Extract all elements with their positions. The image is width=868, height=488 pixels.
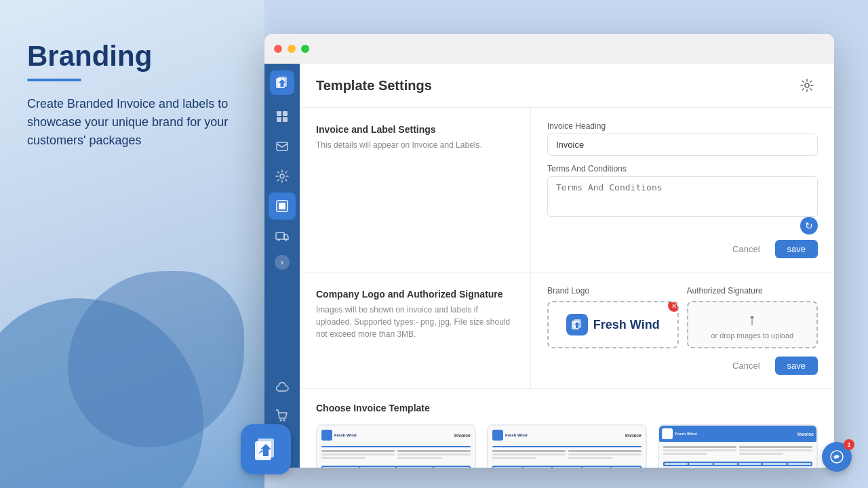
delete-logo-badge[interactable]: ✕ bbox=[668, 301, 679, 312]
brand-logo-upload[interactable]: Fresh Wind ✕ bbox=[547, 301, 679, 348]
logo-labels-row: Brand Logo Authorized Signature bbox=[547, 286, 818, 296]
sidebar-item-mail[interactable] bbox=[269, 133, 296, 160]
invoice-heading-input[interactable] bbox=[547, 134, 818, 156]
chat-badge: 1 bbox=[844, 439, 854, 450]
branding-description: Create Branded Invoice and labels to sho… bbox=[27, 95, 231, 150]
app-icon[interactable] bbox=[241, 424, 291, 474]
left-content: Branding Create Branded Invoice and labe… bbox=[27, 41, 231, 150]
invoice-section-title: Invoice and Label Settings bbox=[316, 124, 514, 135]
invoice-btn-row: Cancel save bbox=[547, 240, 818, 258]
logo-save-button[interactable]: save bbox=[775, 357, 818, 375]
terms-textarea[interactable] bbox=[547, 176, 818, 217]
authorized-sig-upload[interactable]: ↑ or drop images to upload bbox=[687, 301, 818, 348]
brand-logo-label: Brand Logo bbox=[547, 286, 679, 296]
upload-icon: ↑ bbox=[748, 310, 756, 329]
templates-grid: Fresh Wind Invoice bbox=[316, 424, 818, 468]
sidebar-item-delivery[interactable] bbox=[269, 222, 296, 249]
sidebar-logo[interactable] bbox=[270, 70, 294, 95]
sidebar-item-settings[interactable] bbox=[269, 163, 296, 190]
invoice-heading-label: Invoice Heading bbox=[547, 121, 818, 131]
main-content: Template Settings Invoice and Label Sett… bbox=[300, 64, 834, 468]
refresh-button[interactable]: ↻ bbox=[800, 217, 818, 235]
window-body: › bbox=[264, 64, 834, 468]
svg-point-14 bbox=[285, 239, 288, 241]
invoice-settings-left: Invoice and Label Settings This details … bbox=[300, 108, 530, 272]
title-bar bbox=[264, 34, 834, 64]
logo-cancel-button[interactable]: Cancel bbox=[724, 357, 768, 375]
traffic-light-green[interactable] bbox=[301, 45, 309, 53]
svg-point-13 bbox=[278, 239, 280, 241]
template-card-1[interactable]: Fresh Wind Invoice bbox=[316, 424, 476, 468]
terms-label: Terms And Conditions bbox=[547, 164, 818, 174]
traffic-light-yellow[interactable] bbox=[288, 45, 296, 53]
template-preview-1: Fresh Wind Invoice bbox=[317, 426, 475, 468]
svg-point-9 bbox=[280, 174, 284, 178]
main-window: › bbox=[264, 34, 834, 468]
template-card-2[interactable]: Fresh Wind Invoice bbox=[487, 424, 647, 468]
svg-rect-5 bbox=[283, 111, 288, 116]
sections-wrapper: Invoice and Label Settings This details … bbox=[300, 108, 834, 468]
svg-point-16 bbox=[283, 420, 285, 422]
logo-upload-area: Fresh Wind ✕ ↑ or drop images to upload bbox=[547, 301, 818, 348]
svg-rect-4 bbox=[277, 111, 281, 116]
svg-point-17 bbox=[805, 83, 809, 87]
sidebar-expand-btn[interactable]: › bbox=[275, 255, 290, 270]
logo-section-desc: Images will be shown on invoice and labe… bbox=[316, 304, 514, 340]
sidebar-item-dashboard[interactable] bbox=[269, 103, 296, 130]
logo-section-left: Company Logo and Authorized Signature Im… bbox=[300, 272, 530, 388]
branding-title: Branding bbox=[27, 41, 231, 72]
template-preview-2: Fresh Wind Invoice bbox=[488, 426, 646, 468]
blob-decoration-2 bbox=[68, 271, 244, 447]
logo-section-right: Brand Logo Authorized Signature bbox=[530, 272, 834, 388]
svg-rect-12 bbox=[276, 232, 284, 239]
traffic-light-red[interactable] bbox=[274, 45, 282, 53]
svg-rect-7 bbox=[283, 117, 288, 122]
invoice-cancel-button[interactable]: Cancel bbox=[724, 240, 768, 258]
sidebar: › bbox=[264, 64, 300, 468]
chat-widget[interactable]: 1 bbox=[822, 442, 852, 472]
settings-icon-button[interactable] bbox=[796, 75, 818, 96]
svg-rect-6 bbox=[277, 117, 281, 122]
invoice-section-desc: This details will appear on Invoice and … bbox=[316, 139, 514, 151]
invoice-settings-section: Invoice and Label Settings This details … bbox=[300, 108, 834, 272]
page-header: Template Settings bbox=[300, 64, 834, 108]
logo-btn-row: Cancel save bbox=[547, 357, 818, 375]
logo-section-title: Company Logo and Authorized Signature bbox=[316, 289, 514, 300]
invoice-save-button[interactable]: save bbox=[775, 240, 818, 258]
upload-text: or drop images to upload bbox=[711, 331, 793, 340]
page-title: Template Settings bbox=[316, 78, 432, 94]
svg-rect-8 bbox=[277, 142, 288, 150]
brand-logo-text: Fresh Wind bbox=[593, 318, 660, 332]
svg-point-15 bbox=[280, 420, 282, 422]
logo-section: Company Logo and Authorized Signature Im… bbox=[300, 272, 834, 389]
sidebar-item-cloud[interactable] bbox=[269, 373, 296, 400]
templates-title: Choose Invoice Template bbox=[316, 403, 818, 413]
template-preview-3: Fresh Wind Invoice bbox=[659, 426, 816, 468]
branding-underline bbox=[27, 79, 81, 81]
template-card-3[interactable]: Fresh Wind Invoice bbox=[658, 424, 818, 468]
templates-section: Choose Invoice Template Fresh Wind bbox=[300, 389, 834, 468]
authorized-sig-label: Authorized Signature bbox=[687, 286, 818, 296]
brand-logo-content: Fresh Wind bbox=[566, 314, 660, 336]
sidebar-item-branding[interactable] bbox=[269, 192, 296, 220]
svg-rect-11 bbox=[279, 203, 285, 209]
brand-logo-icon bbox=[566, 314, 588, 336]
invoice-settings-right: Invoice Heading Terms And Conditions ↻ C… bbox=[530, 108, 834, 272]
